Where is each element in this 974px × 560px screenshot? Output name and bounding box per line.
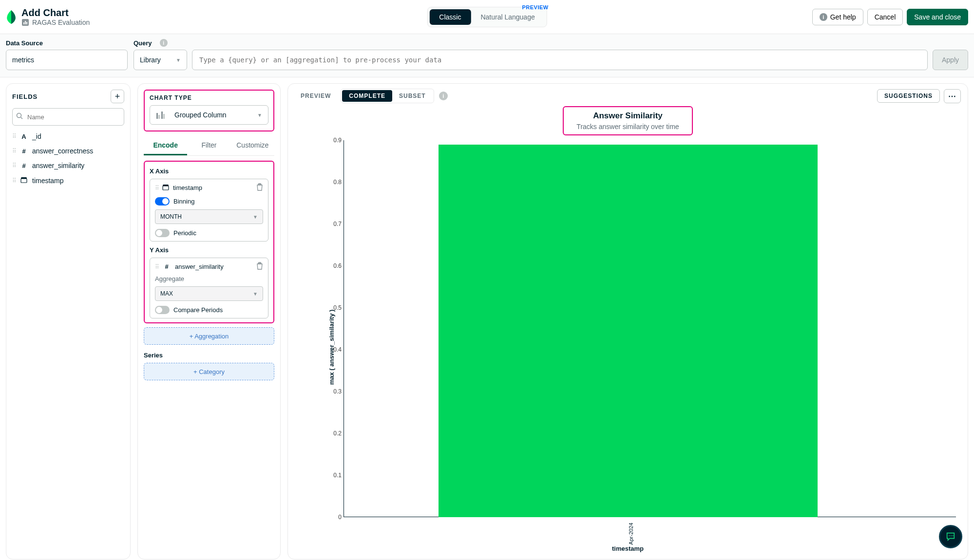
drag-grip-icon: ⠿ xyxy=(155,263,158,270)
svg-point-17 xyxy=(951,535,952,536)
fields-heading: FIELDS xyxy=(12,93,38,100)
suggestions-button[interactable]: SUGGESTIONS xyxy=(877,89,940,103)
y-tick-label: 0.1 xyxy=(333,472,342,479)
y-axis-field-box: ⠿ # answer_similarity Aggregate MAX▼ Com… xyxy=(150,258,268,318)
y-tick-label: 0.5 xyxy=(333,304,342,311)
binning-granularity-select[interactable]: MONTH▼ xyxy=(155,209,263,224)
breadcrumb-text: RAGAS Evaluation xyxy=(32,19,90,26)
info-icon[interactable]: i xyxy=(439,92,448,100)
field-item-id[interactable]: ⠿A_id xyxy=(12,132,124,140)
chevron-down-icon: ▼ xyxy=(257,112,262,118)
svg-point-16 xyxy=(949,535,950,536)
more-menu-button[interactable]: ⋯ xyxy=(944,89,961,103)
config-panel: CHART TYPE Grouped Column ▼ Encode Filte… xyxy=(137,83,281,560)
periodic-toggle[interactable] xyxy=(155,229,170,237)
x-field-name: timestamp xyxy=(173,184,202,191)
chart-area: max ( answer_similarity ) 00.10.20.30.40… xyxy=(295,140,961,554)
query-library-select[interactable]: Library▼ xyxy=(134,50,187,70)
number-type-icon: # xyxy=(19,162,28,169)
chevron-down-icon: ▼ xyxy=(253,291,258,297)
tab-complete[interactable]: COMPLETE xyxy=(342,90,392,102)
svg-rect-2 xyxy=(25,21,26,24)
query-label: Queryi xyxy=(134,39,968,47)
encode-block: X Axis ⠿ timestamp Binning MONTH▼ Period… xyxy=(144,161,274,323)
query-input[interactable] xyxy=(192,50,928,70)
svg-rect-11 xyxy=(161,112,163,119)
series-label: Series xyxy=(144,352,274,359)
field-item-answer-similarity[interactable]: ⠿#answer_similarity xyxy=(12,162,124,169)
binning-toggle[interactable] xyxy=(155,197,170,205)
preview-badge: PREVIEW xyxy=(522,4,548,10)
compare-periods-toggle[interactable] xyxy=(155,306,170,314)
periodic-label: Periodic xyxy=(173,229,196,237)
info-icon: i xyxy=(820,13,827,21)
preview-label: PREVIEW xyxy=(295,90,337,102)
svg-rect-9 xyxy=(156,113,158,119)
chart-icon xyxy=(21,19,29,26)
drag-grip-icon: ⠿ xyxy=(12,133,16,140)
grouped-column-icon xyxy=(156,110,166,120)
drag-grip-icon: ⠿ xyxy=(12,162,16,169)
drag-grip-icon: ⠿ xyxy=(155,185,158,191)
tab-encode[interactable]: Encode xyxy=(144,136,187,155)
chart-type-select[interactable]: Grouped Column ▼ xyxy=(150,105,268,125)
tab-customize[interactable]: Customize xyxy=(231,136,274,155)
fields-panel: FIELDS + ⠿A_id ⠿#answer_correctness ⠿#an… xyxy=(6,83,131,560)
svg-rect-14 xyxy=(163,186,169,190)
add-aggregation-button[interactable]: + Aggregation xyxy=(144,327,274,345)
chart-panel: PREVIEW COMPLETE SUBSET i SUGGESTIONS ⋯ … xyxy=(287,83,968,560)
breadcrumb: RAGAS Evaluation xyxy=(21,19,90,26)
bar[interactable] xyxy=(439,145,818,517)
aggregate-label: Aggregate xyxy=(155,275,263,282)
get-help-button[interactable]: iGet help xyxy=(812,9,863,25)
mongodb-leaf-icon xyxy=(6,10,17,24)
binning-label: Binning xyxy=(173,198,194,205)
trash-icon[interactable] xyxy=(256,183,263,192)
info-icon[interactable]: i xyxy=(160,39,168,47)
save-and-close-button[interactable]: Save and close xyxy=(907,9,968,25)
chat-help-fab[interactable] xyxy=(939,525,962,548)
cancel-button[interactable]: Cancel xyxy=(867,9,903,25)
x-axis-title: timestamp xyxy=(612,545,644,552)
search-icon xyxy=(16,112,23,121)
y-tick-label: 0.7 xyxy=(333,221,342,227)
svg-point-4 xyxy=(17,113,21,118)
y-tick-label: 0.6 xyxy=(333,262,342,269)
chart-subtitle: Tracks answer similarity over time xyxy=(576,123,679,131)
svg-rect-7 xyxy=(21,179,27,183)
svg-rect-12 xyxy=(163,114,165,119)
drag-grip-icon: ⠿ xyxy=(12,148,16,154)
svg-rect-3 xyxy=(26,22,27,24)
chart-title-box: Answer Similarity Tracks answer similari… xyxy=(563,106,692,135)
compare-periods-label: Compare Periods xyxy=(173,306,223,314)
mode-tabs: Classic Natural Language PREVIEW xyxy=(427,7,547,27)
svg-rect-1 xyxy=(23,22,24,24)
tab-natural-language[interactable]: Natural Language PREVIEW xyxy=(471,9,544,25)
aggregate-select[interactable]: MAX▼ xyxy=(155,286,263,301)
fields-search-input[interactable] xyxy=(12,108,124,126)
y-tick-label: 0 xyxy=(338,514,342,521)
drag-grip-icon: ⠿ xyxy=(12,177,16,184)
trash-icon[interactable] xyxy=(256,262,263,271)
date-type-icon xyxy=(162,184,169,192)
apply-button[interactable]: Apply xyxy=(933,50,968,70)
add-field-button[interactable]: + xyxy=(111,90,124,103)
data-source-label: Data Source xyxy=(6,39,128,47)
chat-icon xyxy=(945,531,956,542)
tab-subset[interactable]: SUBSET xyxy=(392,90,433,102)
x-axis-label: X Axis xyxy=(150,168,268,175)
field-item-timestamp[interactable]: ⠿timestamp xyxy=(12,176,124,185)
y-tick-label: 0.9 xyxy=(333,137,342,144)
data-source-select[interactable]: metrics xyxy=(6,50,128,70)
y-tick-label: 0.2 xyxy=(333,430,342,437)
tab-classic[interactable]: Classic xyxy=(429,9,471,25)
number-type-icon: # xyxy=(162,263,171,270)
tab-filter[interactable]: Filter xyxy=(187,136,230,155)
page-title: Add Chart xyxy=(21,7,90,19)
field-item-answer-correctness[interactable]: ⠿#answer_correctness xyxy=(12,147,124,155)
y-tick-label: 0.3 xyxy=(333,388,342,395)
text-type-icon: A xyxy=(19,133,28,140)
svg-point-18 xyxy=(953,535,954,536)
y-axis-label: Y Axis xyxy=(150,246,268,254)
add-category-button[interactable]: + Category xyxy=(144,363,274,380)
